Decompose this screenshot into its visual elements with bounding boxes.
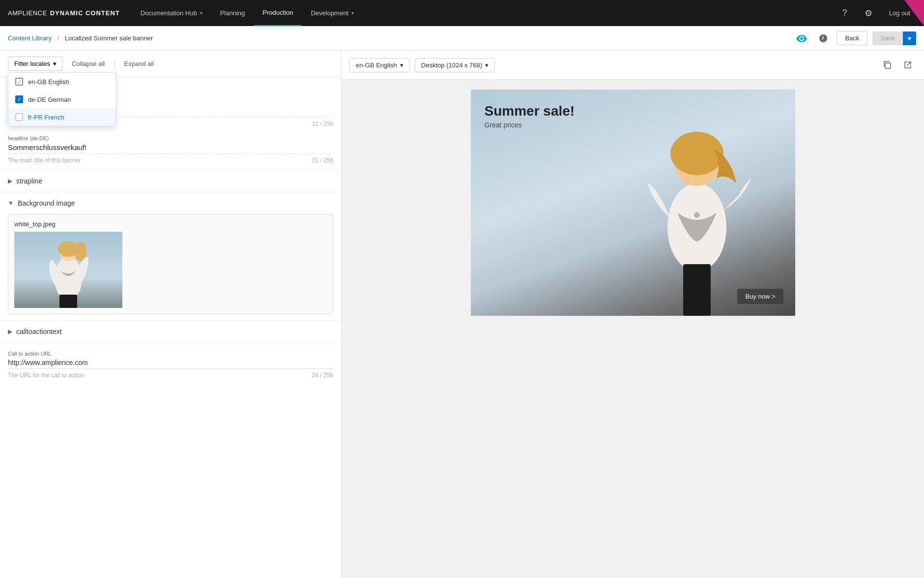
- breadcrumb-link-content-library[interactable]: Content Library: [8, 34, 52, 42]
- breadcrumb-actions: Back Save ▾: [793, 30, 916, 47]
- external-link-button[interactable]: [899, 57, 916, 73]
- panel-toolbar: Filter locales ▾ en-GB English de-DE Ger…: [0, 51, 341, 77]
- section-background-image: ▼ Background image white_top.jpeg: [0, 192, 341, 321]
- preview-banner: Summer sale! Great prices: [471, 90, 795, 316]
- svg-point-11: [670, 132, 723, 175]
- url-field-count: 24 / 256: [312, 372, 333, 379]
- checkbox-en-gb[interactable]: [15, 78, 23, 86]
- section-calltoaction-header[interactable]: ▶ calltoactiontext: [0, 321, 341, 342]
- nav-item-planning[interactable]: Planning: [211, 0, 254, 26]
- nav-items: Documentation Hub ▾ Planning Production …: [132, 0, 836, 26]
- toolbar-separator: |: [114, 60, 115, 67]
- checkbox-fr-fr[interactable]: [15, 113, 23, 121]
- image-preview-svg: [14, 232, 122, 308]
- copy-button[interactable]: [879, 57, 895, 73]
- image-card: white_top.jpeg: [8, 214, 333, 314]
- copy-icon: [883, 61, 892, 69]
- section-strapline-title: strapline: [16, 177, 42, 185]
- preview-content: Summer sale! Great prices: [342, 80, 924, 578]
- url-field-hint: The URL for the call to action: [8, 372, 84, 379]
- settings-icon-button[interactable]: ⚙: [860, 4, 877, 22]
- image-name: white_top.jpeg: [14, 220, 327, 228]
- breadcrumb-current-page: Localized Summer sale banner: [65, 34, 153, 42]
- svg-rect-7: [59, 295, 77, 308]
- nav-item-production[interactable]: Production: [254, 0, 302, 26]
- chevron-down-icon: ▾: [485, 61, 489, 69]
- url-field-label: Call to action URL: [8, 351, 333, 357]
- breadcrumb: Content Library / Localized Summer sale …: [8, 34, 153, 42]
- eye-icon: [796, 34, 807, 42]
- url-field-area: Call to action URL http://www.amplience.…: [0, 343, 341, 383]
- viewport-selector[interactable]: Desktop (1024 x 768) ▾: [415, 58, 495, 72]
- expand-icon: ▶: [8, 178, 12, 184]
- external-link-icon: [903, 61, 912, 69]
- banner-title: Summer sale!: [485, 103, 575, 119]
- left-panel: Filter locales ▾ en-GB English de-DE Ger…: [0, 51, 342, 578]
- brand-accent-triangle: [904, 0, 924, 26]
- checkbox-de-de[interactable]: [15, 95, 23, 103]
- right-panel: en-GB English ▾ Desktop (1024 x 768) ▾: [342, 51, 924, 578]
- dropdown-item-de-de[interactable]: de-DE German: [8, 91, 116, 108]
- section-background-title: Background image: [18, 199, 75, 207]
- help-icon: ?: [842, 8, 847, 18]
- filter-dropdown: en-GB English de-DE German fr-FR French: [8, 72, 116, 126]
- history-icon: [819, 34, 828, 43]
- section-strapline-header[interactable]: ▶ strapline: [0, 170, 341, 192]
- expand-all-button[interactable]: Expand all: [120, 58, 158, 69]
- image-preview[interactable]: [14, 232, 122, 308]
- dropdown-item-en-gb[interactable]: en-GB English: [8, 73, 116, 91]
- headline-de-de-field: headline (de-DE) Sommerschlussverkauf! T…: [0, 133, 341, 170]
- top-navigation: AMPLIENCE DYNAMIC CONTENT Documentation …: [0, 0, 924, 26]
- settings-icon: ⚙: [865, 8, 872, 19]
- nav-item-development[interactable]: Development ▾: [302, 0, 363, 26]
- filter-locales-button[interactable]: Filter locales ▾: [8, 57, 63, 71]
- brand-amplience-text: AMPLIENCE: [8, 9, 47, 17]
- back-button[interactable]: Back: [837, 31, 867, 45]
- brand-dynamic-text: DYNAMIC CONTENT: [50, 9, 120, 17]
- eye-preview-button[interactable]: [793, 30, 810, 47]
- breadcrumb-separator: /: [58, 34, 59, 42]
- history-button[interactable]: [815, 30, 832, 47]
- dropdown-item-fr-fr[interactable]: fr-FR French: [8, 108, 116, 126]
- collapse-icon: ▼: [8, 200, 14, 207]
- banner-text-overlay: Summer sale! Great prices: [485, 103, 575, 129]
- section-calltoaction: ▶ calltoactiontext: [0, 321, 341, 343]
- chevron-down-icon: ▾: [200, 10, 202, 16]
- preview-toolbar: en-GB English ▾ Desktop (1024 x 768) ▾: [342, 51, 924, 80]
- chevron-down-icon: ▾: [53, 60, 57, 67]
- help-icon-button[interactable]: ?: [836, 4, 854, 22]
- chevron-down-icon: ▾: [351, 10, 354, 16]
- expand-icon: ▶: [8, 328, 12, 335]
- url-field-value[interactable]: http://www.amplience.com: [8, 359, 333, 369]
- section-strapline: ▶ strapline: [0, 170, 341, 192]
- section-background-header[interactable]: ▼ Background image: [0, 192, 341, 212]
- save-button-group: Save ▾: [872, 31, 916, 45]
- preview-icon-actions: [879, 57, 916, 73]
- breadcrumb-bar: Content Library / Localized Summer sale …: [0, 26, 924, 51]
- svg-point-12: [694, 212, 700, 218]
- section-calltoaction-title: calltoactiontext: [16, 328, 62, 335]
- banner-subtitle: Great prices: [485, 121, 575, 129]
- collapse-all-button[interactable]: Collapse all: [68, 58, 109, 69]
- brand-logo[interactable]: AMPLIENCE DYNAMIC CONTENT: [8, 9, 120, 17]
- nav-item-docs[interactable]: Documentation Hub ▾: [132, 0, 211, 26]
- svg-rect-13: [683, 264, 711, 316]
- svg-rect-8: [885, 63, 891, 68]
- main-layout: Filter locales ▾ en-GB English de-DE Ger…: [0, 51, 924, 578]
- chevron-down-icon: ▾: [908, 34, 911, 42]
- save-button[interactable]: Save: [872, 31, 903, 45]
- banner-cta-button[interactable]: Buy now >: [737, 289, 783, 304]
- chevron-down-icon: ▾: [400, 61, 404, 69]
- locale-selector[interactable]: en-GB English ▾: [349, 58, 410, 72]
- save-dropdown-button[interactable]: ▾: [903, 31, 916, 45]
- preview-woman-figure: [628, 119, 766, 316]
